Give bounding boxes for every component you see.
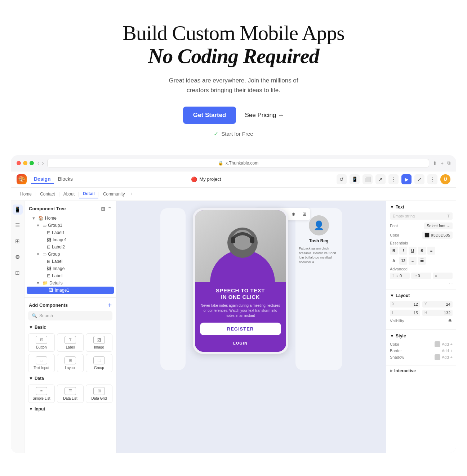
components-icon[interactable]: ⊞ <box>13 236 23 246</box>
api-icon[interactable]: ⊡ <box>13 268 23 278</box>
border-add-plus[interactable]: + <box>450 349 453 353</box>
color-add-area[interactable]: Add + <box>435 341 453 347</box>
bold-btn[interactable]: B <box>390 247 398 255</box>
h-field[interactable]: H 132 <box>422 310 453 316</box>
component-layout[interactable]: ⊞ Layout <box>57 354 84 372</box>
zoom-in-tool[interactable]: ⊕ <box>289 210 298 219</box>
toolbar-tabs: Design Blocks <box>31 175 76 184</box>
nav-back[interactable]: ‹ <box>37 160 39 166</box>
tree-item-image1[interactable]: 🖼 Image1 <box>25 236 116 243</box>
eye-icon[interactable]: 👁 <box>448 318 453 324</box>
fit-tool[interactable]: ⊞ <box>299 210 309 219</box>
y-field[interactable]: Y 24 <box>422 301 453 307</box>
component-button[interactable]: ⊡ Button <box>28 333 55 352</box>
component-simple-list[interactable]: ≡ Simple List <box>28 385 55 403</box>
mobile-view-btn[interactable]: 📱 <box>350 174 360 184</box>
list-btn[interactable]: ☰ <box>418 257 426 265</box>
expand-btn[interactable]: ⤢ <box>414 174 424 184</box>
tree-item-label1[interactable]: ⊟ Label1 <box>25 229 116 236</box>
tablet-view-btn[interactable]: ⬜ <box>363 174 373 184</box>
tabs-icon[interactable]: ⧉ <box>447 160 450 166</box>
settings-icon[interactable]: ⚙ <box>13 252 23 262</box>
mobile-register-button[interactable]: REGISTER <box>200 323 281 335</box>
expand-tree-icon[interactable]: ⌃ <box>107 206 112 212</box>
tree-item-group1[interactable]: ▼ ▭ Group1 <box>25 222 116 229</box>
see-pricing-button[interactable]: See Pricing → <box>245 112 284 119</box>
nav-forward[interactable]: › <box>42 160 44 166</box>
tree-item-label2[interactable]: ⊟ Label2 <box>25 243 116 251</box>
dot-green[interactable] <box>30 161 34 165</box>
align-btn[interactable]: ≡ <box>427 247 435 255</box>
italic-btn[interactable]: I <box>399 247 407 255</box>
page-nav-about[interactable]: About <box>60 190 78 198</box>
color-add-btn[interactable]: Add <box>442 342 449 346</box>
component-label[interactable]: T Label <box>57 333 84 352</box>
more-text-options[interactable]: ··· <box>390 281 453 286</box>
triangle-icon-4: ▼ <box>36 281 41 285</box>
browser-address[interactable]: 🔒 x.Thunkable.com <box>47 159 429 167</box>
mobile-speech-desc: Never take notes again during a meeting,… <box>200 303 281 318</box>
add-component-btn[interactable]: + <box>108 301 112 309</box>
font-value[interactable]: Select font ⌄ <box>424 223 453 229</box>
line-height-input[interactable]: I ↕ 0 <box>411 273 431 279</box>
share2-btn[interactable]: ⋮ <box>388 174 399 184</box>
more-btn[interactable]: ⋮ <box>427 174 437 184</box>
tree-item-label-g2[interactable]: ⊟ Label <box>25 272 116 279</box>
hero-title-line1: Build Custom Mobile Apps <box>7 22 460 45</box>
share-icon[interactable]: ⬆ <box>433 160 437 166</box>
tree-item-details[interactable]: ▼ 📁 Details <box>25 279 116 287</box>
i-field[interactable]: I 15 <box>390 310 420 316</box>
shadow-add-area[interactable]: Add + <box>435 354 453 360</box>
color-add-plus[interactable]: + <box>450 342 453 346</box>
tree-item-label-g[interactable]: ⊟ Label <box>25 258 116 265</box>
mobile-login-button[interactable]: LOGIN <box>200 338 281 348</box>
component-tree-section: Component Tree ⊞ ⌃ ▼ 🏠 Home ▼ ▭ Group1 <box>25 201 116 298</box>
dot-yellow[interactable] <box>23 161 27 165</box>
layers-icon[interactable]: ☰ <box>13 220 23 230</box>
search-bar[interactable]: 🔍 Search <box>28 311 112 320</box>
indent-btn[interactable]: ≡ <box>409 257 417 265</box>
layout-icon: ⊞ <box>65 356 76 364</box>
page-nav-add[interactable]: + <box>130 192 133 197</box>
component-image[interactable]: 🖼 Image <box>86 333 112 352</box>
tree-item-image-g[interactable]: 🖼 Image <box>25 265 116 272</box>
history-btn[interactable]: ↺ <box>337 174 347 184</box>
component-data-list[interactable]: ☰ Data List <box>57 385 84 403</box>
text-align-input[interactable]: ≡ <box>433 273 453 279</box>
component-data-grid[interactable]: ⊞ Data Grid <box>86 385 112 403</box>
share-btn[interactable]: ↗ <box>375 174 386 184</box>
tab-blocks[interactable]: Blocks <box>55 175 76 184</box>
page-nav-contact[interactable]: Contact <box>36 190 58 198</box>
text-icon: T <box>447 214 450 218</box>
component-group[interactable]: ⬚ Group <box>86 354 112 372</box>
component-text-input[interactable]: ▭ Text Input <box>28 354 55 372</box>
tab-design[interactable]: Design <box>31 175 54 184</box>
preview-btn[interactable]: ▶ <box>401 174 412 184</box>
interactive-title[interactable]: ▶ Interactive <box>390 368 453 373</box>
page-nav-home[interactable]: Home <box>17 190 35 198</box>
get-started-button[interactable]: Get Started <box>183 107 236 124</box>
border-add-btn[interactable]: Add <box>442 349 449 353</box>
new-tab-icon[interactable]: + <box>441 160 444 166</box>
strikethrough-btn[interactable]: S <box>418 247 426 255</box>
text-empty-bar[interactable]: Empty string T <box>390 212 453 220</box>
font-size-value[interactable]: 12 <box>399 257 407 265</box>
x-field[interactable]: X 12 <box>390 301 420 307</box>
tree-item-home[interactable]: ▼ 🏠 Home <box>25 215 116 222</box>
tree-item-group[interactable]: ▼ ▭ Group <box>25 251 116 258</box>
category-arrow: ▼ <box>29 325 33 330</box>
shadow-add-plus[interactable]: + <box>450 355 453 359</box>
user-avatar[interactable]: U <box>440 174 450 184</box>
color-value[interactable]: #3D3D505 <box>422 232 453 239</box>
image-selected-icon: 🖼 <box>49 288 53 293</box>
page-nav-community[interactable]: Community <box>99 190 129 198</box>
letter-spacing-input[interactable]: T ↔ 0 <box>390 273 410 279</box>
page-nav-detail[interactable]: Detail <box>79 190 98 198</box>
phone-icon[interactable]: 📱 <box>13 205 23 215</box>
shadow-add-btn[interactable]: Add <box>442 355 449 359</box>
dot-red[interactable] <box>17 161 21 165</box>
grid-view-icon[interactable]: ⊞ <box>101 206 105 212</box>
tree-item-image1-selected[interactable]: 🖼 Image1 <box>27 287 114 294</box>
underline-btn[interactable]: U <box>409 247 417 255</box>
border-add-area[interactable]: Add + <box>442 349 453 353</box>
